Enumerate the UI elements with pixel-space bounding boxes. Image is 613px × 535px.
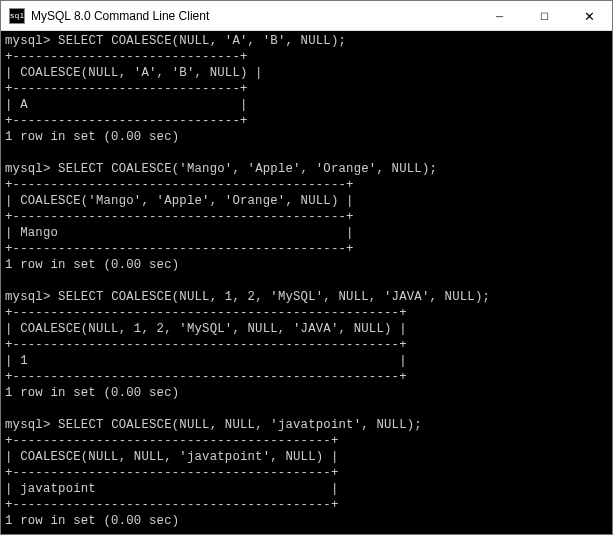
query-line: mysql> SELECT COALESCE(NULL, 1, 2, 'MySQ… — [5, 289, 608, 305]
query-line: mysql> SELECT COALESCE(NULL, 'A', 'B', N… — [5, 33, 608, 49]
app-icon: sql — [9, 8, 25, 24]
table-border: +------------------------------+ — [5, 113, 608, 129]
table-border: +---------------------------------------… — [5, 465, 608, 481]
table-header: | COALESCE(NULL, 1, 2, 'MySQL', NULL, 'J… — [5, 321, 608, 337]
table-border: +---------------------------------------… — [5, 497, 608, 513]
app-window: sql MySQL 8.0 Command Line Client ─ ☐ ✕ … — [0, 0, 613, 535]
result-footer: 1 row in set (0.00 sec) — [5, 385, 608, 401]
result-footer: 1 row in set (0.00 sec) — [5, 129, 608, 145]
blank-line — [5, 401, 608, 417]
table-row: | javatpoint | — [5, 481, 608, 497]
window-controls: ─ ☐ ✕ — [477, 1, 612, 30]
table-border: +---------------------------------------… — [5, 305, 608, 321]
result-footer: 1 row in set (0.00 sec) — [5, 257, 608, 273]
table-row: | Mango | — [5, 225, 608, 241]
table-border: +---------------------------------------… — [5, 177, 608, 193]
table-header: | COALESCE('Mango', 'Apple', 'Orange', N… — [5, 193, 608, 209]
table-border: +---------------------------------------… — [5, 433, 608, 449]
table-border: +---------------------------------------… — [5, 369, 608, 385]
query-line: mysql> SELECT COALESCE(NULL, NULL, 'java… — [5, 417, 608, 433]
maximize-button[interactable]: ☐ — [522, 1, 567, 31]
table-header: | COALESCE(NULL, 'A', 'B', NULL) | — [5, 65, 608, 81]
blank-line — [5, 273, 608, 289]
window-title: MySQL 8.0 Command Line Client — [31, 9, 477, 23]
table-border: +------------------------------+ — [5, 49, 608, 65]
table-border: +---------------------------------------… — [5, 337, 608, 353]
query-line: mysql> SELECT COALESCE('Mango', 'Apple',… — [5, 161, 608, 177]
terminal-output[interactable]: mysql> SELECT COALESCE(NULL, 'A', 'B', N… — [1, 31, 612, 534]
table-header: | COALESCE(NULL, NULL, 'javatpoint', NUL… — [5, 449, 608, 465]
table-border: +---------------------------------------… — [5, 241, 608, 257]
close-button[interactable]: ✕ — [567, 1, 612, 31]
table-row: | A | — [5, 97, 608, 113]
blank-line — [5, 145, 608, 161]
table-border: +------------------------------+ — [5, 81, 608, 97]
titlebar[interactable]: sql MySQL 8.0 Command Line Client ─ ☐ ✕ — [1, 1, 612, 31]
table-border: +---------------------------------------… — [5, 209, 608, 225]
table-row: | 1 | — [5, 353, 608, 369]
result-footer: 1 row in set (0.00 sec) — [5, 513, 608, 529]
minimize-button[interactable]: ─ — [477, 1, 522, 31]
